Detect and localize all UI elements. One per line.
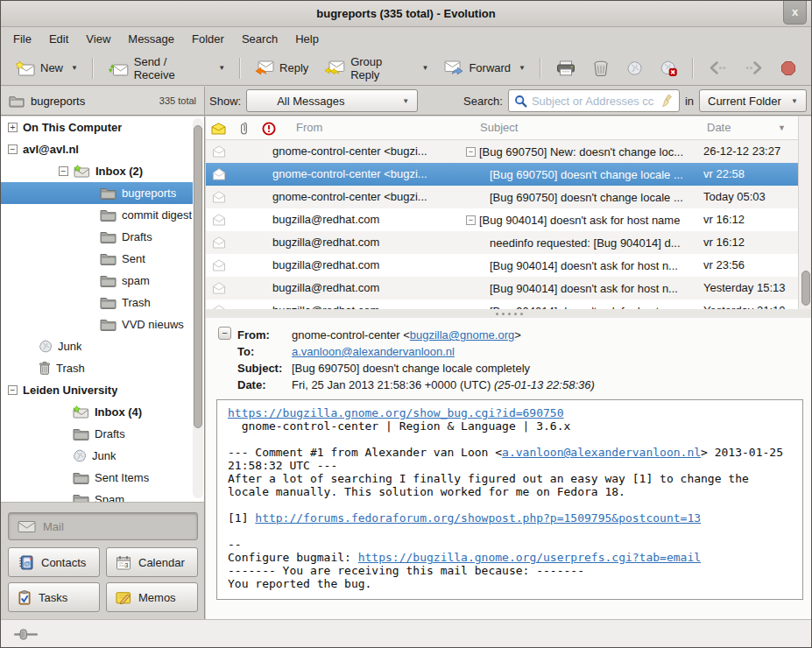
preview-headers: From:gnome-control-center <bugzilla@gnom… <box>237 327 595 393</box>
sidebar-item-sent-items[interactable]: Sent Items <box>1 467 193 489</box>
thread-expander-icon[interactable]: − <box>466 215 476 225</box>
sidebar-scrollbar-thumb[interactable] <box>194 125 202 428</box>
sidebar-item-drafts[interactable]: Drafts <box>1 423 193 445</box>
collapse-expander-icon[interactable]: − <box>8 385 18 395</box>
message-from: gnome-control-center <bugzi... <box>272 140 461 163</box>
sidebar-item-trash[interactable]: Trash <box>1 357 193 379</box>
sidebar-item-on-this-computer[interactable]: +On This Computer <box>1 116 193 138</box>
new-button[interactable]: New▼ <box>8 56 85 81</box>
send-receive-button[interactable]: Send / Receive▼ <box>101 51 232 86</box>
thread-expander-icon[interactable]: − <box>466 147 476 157</box>
stop-button[interactable] <box>773 56 804 81</box>
sidebar-item-junk[interactable]: Junk <box>1 445 193 467</box>
forward-label: Forward <box>469 61 511 74</box>
attachment-column-header[interactable] <box>240 122 248 138</box>
print-button[interactable] <box>548 56 583 81</box>
reply-button[interactable]: Reply <box>248 56 315 81</box>
expand-expander-icon[interactable]: + <box>8 123 18 132</box>
menu-edit[interactable]: Edit <box>40 29 77 49</box>
body-link[interactable]: http://forums.fedoraforum.org/showpost.p… <box>255 511 701 525</box>
message-row[interactable]: bugzilla@redhat.com[Bug 904014] doesn't … <box>206 254 798 277</box>
preview-pane: − From:gnome-control-center <bugzilla@gn… <box>206 318 812 619</box>
body-link[interactable]: a.vanloon@alexandervanloon.nl <box>502 446 701 459</box>
body-link[interactable]: https://bugzilla.gnome.org/userprefs.cgi… <box>358 551 701 564</box>
folder-name: bugreports <box>31 95 85 108</box>
email-link[interactable]: bugzilla@gnome.org <box>410 328 514 342</box>
menu-help[interactable]: Help <box>286 29 328 49</box>
sidebar-item-avl-avl-nl[interactable]: −avl@avl.nl <box>1 138 193 160</box>
delete-button[interactable] <box>585 56 617 81</box>
calendar-button[interactable]: 3Calendar <box>106 547 198 577</box>
menu-folder[interactable]: Folder <box>183 29 233 49</box>
message-row[interactable]: bugzilla@redhat.com[Bug 904014] doesn't … <box>206 277 798 299</box>
message-list-scrollbar[interactable] <box>798 116 812 309</box>
sidebar-item-commit-digest[interactable]: commit digest <box>1 204 193 226</box>
menu-search[interactable]: Search <box>233 29 286 49</box>
junk-icon <box>626 60 643 76</box>
sidebar-item-leiden-university[interactable]: −Leiden University <box>1 379 193 401</box>
message-date: Yesterday 15:13 <box>703 277 785 299</box>
body-link[interactable]: https://bugzilla.gnome.org/show_bug.cgi?… <box>228 406 564 419</box>
sidebar-item-trash[interactable]: Trash <box>1 292 193 313</box>
menu-message[interactable]: Message <box>119 29 183 49</box>
from-column-header[interactable]: From <box>296 116 322 139</box>
message-row[interactable]: bugzilla@redhat.com−[Bug 904014] doesn't… <box>206 208 798 231</box>
search-scope-dropdown[interactable]: Current Folder ▼ <box>699 89 807 112</box>
message-list-scrollbar-thumb[interactable] <box>801 271 810 306</box>
sidebar-item-sent[interactable]: Sent <box>1 248 193 270</box>
tasks-button[interactable]: Tasks <box>8 582 100 612</box>
sidebar-item-inbox-2[interactable]: −Inbox (2) <box>1 160 193 182</box>
subject-column-header[interactable]: Subject <box>480 116 518 139</box>
message-row[interactable]: gnome-control-center <bugzi...−[Bug 6907… <box>206 140 798 163</box>
email-link[interactable]: a.vanloon@alexandervanloon.nl <box>292 345 455 358</box>
search-input[interactable]: Subject or Addresses cc <box>508 89 680 112</box>
status-bar <box>1 619 811 648</box>
clear-broom-icon[interactable] <box>661 94 674 108</box>
sidebar-item-vvd-nieuws[interactable]: VVD nieuws <box>1 313 193 335</box>
folder-icon <box>73 493 89 502</box>
message-row[interactable]: bugzilla@redhat.com[Bug 904014] doesn't … <box>206 299 798 309</box>
body-text: 21:58:32 UTC --- <box>228 459 337 472</box>
close-button[interactable]: x <box>783 1 807 25</box>
collapse-expander-icon[interactable]: − <box>8 144 18 154</box>
header-text: gnome-control-center < <box>292 328 410 342</box>
show-filter-dropdown[interactable]: All Messages ▼ <box>246 89 418 112</box>
sidebar-scrollbar[interactable] <box>193 118 203 498</box>
previous-button[interactable] <box>701 56 735 80</box>
message-row[interactable]: gnome-control-center <bugzi...[Bug 69075… <box>206 186 798 208</box>
sidebar-item-drafts[interactable]: Drafts <box>1 226 193 248</box>
switcher-label: Calendar <box>138 556 185 569</box>
junk-button[interactable] <box>618 56 651 81</box>
chevron-down-icon: ▼ <box>791 97 798 105</box>
not-junk-button[interactable] <box>653 56 685 81</box>
status-slider-grip[interactable] <box>13 629 41 640</box>
folder-label: Trash <box>122 296 151 309</box>
body-line: --- Comment #1 from Alexander van Loon <… <box>228 446 792 459</box>
read-icon <box>212 168 226 180</box>
status-column-header[interactable] <box>211 123 226 138</box>
next-button[interactable] <box>737 56 771 80</box>
column-sort-chevron-icon[interactable]: ▼ <box>778 116 786 139</box>
pane-splitter-handle[interactable] <box>206 309 812 318</box>
menu-view[interactable]: View <box>77 29 119 49</box>
sidebar-item-inbox-4[interactable]: Inbox (4) <box>1 401 193 423</box>
important-column-header[interactable] <box>262 122 276 139</box>
folder-label: VVD nieuws <box>122 318 184 331</box>
folder-icon <box>100 274 117 287</box>
contacts-button[interactable]: @Contacts <box>8 547 100 577</box>
message-row[interactable]: gnome-control-center <bugzi...[Bug 69075… <box>206 163 798 186</box>
sidebar-item-spam[interactable]: spam <box>1 270 193 292</box>
memos-button[interactable]: Memos <box>106 582 198 612</box>
collapse-expander-icon[interactable]: − <box>59 166 68 176</box>
group-reply-button[interactable]: Group Reply▼ <box>317 51 435 86</box>
date-column-header[interactable]: Date <box>707 116 731 139</box>
mail-button[interactable]: Mail <box>8 512 198 540</box>
body-text: --- Comment #1 from Alexander van Loon < <box>228 446 502 459</box>
message-row[interactable]: bugzilla@redhat.comneedinfo requested: [… <box>206 231 798 254</box>
collapse-headers-expander[interactable]: − <box>218 327 231 340</box>
sidebar-item-bugreports[interactable]: bugreports <box>1 182 193 204</box>
menu-file[interactable]: File <box>4 29 40 49</box>
sidebar-item-junk[interactable]: Junk <box>1 335 193 357</box>
forward-button[interactable]: Forward▼ <box>437 56 533 81</box>
sidebar-item-spam[interactable]: Spam <box>1 489 193 502</box>
